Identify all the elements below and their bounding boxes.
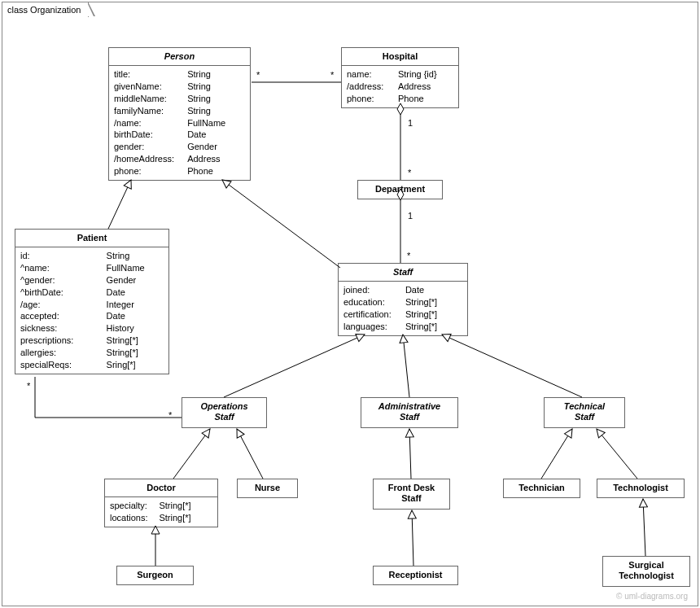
class-administrative-staff-title: Administrative Staff (361, 398, 457, 426)
class-hospital: Hospital name:String {id} /address:Addre… (341, 47, 459, 108)
class-surgeon: Surgeon (116, 566, 194, 585)
class-operations-staff: Operations Staff (182, 397, 267, 428)
class-person-attrs: title:String givenName:String middleName… (109, 66, 250, 180)
class-doctor-title: Doctor (105, 479, 217, 497)
mult-patient-ops-left: * (27, 381, 30, 391)
class-surgeon-title: Surgeon (117, 566, 193, 584)
mult-person-hospital-left: * (256, 70, 260, 80)
watermark: © uml-diagrams.org (616, 592, 688, 601)
mult-hospital-dept-top: 1 (408, 118, 413, 128)
class-staff: Staff joined:Date education:String[*] ce… (338, 263, 468, 336)
mult-dept-staff-bottom: * (407, 251, 410, 260)
mult-patient-ops-right: * (168, 410, 172, 420)
class-surgical-technologist-title: Surgical Technologist (603, 557, 689, 584)
class-person: Person title:String givenName:String mid… (108, 47, 251, 181)
class-receptionist-title: Receptionist (374, 566, 457, 584)
mult-person-hospital-right: * (330, 70, 334, 80)
svg-line-12 (597, 429, 637, 479)
class-administrative-staff: Administrative Staff (361, 397, 458, 428)
svg-line-9 (237, 429, 263, 479)
class-nurse: Nurse (237, 479, 298, 498)
class-patient-title: Patient (15, 230, 168, 247)
class-nurse-title: Nurse (238, 479, 297, 496)
svg-line-4 (222, 180, 340, 268)
class-staff-title: Staff (339, 264, 467, 282)
class-staff-attrs: joined:Date education:String[*] certific… (339, 282, 467, 335)
class-doctor-attrs: specialty:String[*] locations:String[*] (105, 497, 217, 527)
class-diagram-frame: class Organization Person title:String g… (2, 2, 698, 606)
svg-line-6 (403, 335, 409, 397)
svg-line-7 (442, 335, 582, 397)
class-technical-staff-title: Technical Staff (545, 398, 624, 426)
svg-line-15 (643, 499, 645, 556)
frame-title-tab: class Organization (2, 2, 89, 17)
class-hospital-title: Hospital (342, 48, 458, 66)
class-technician-title: Technician (504, 479, 580, 496)
class-front-desk-staff: Front Desk Staff (373, 479, 450, 510)
class-department: Department (357, 180, 443, 199)
mult-hospital-dept-bottom: * (408, 168, 411, 177)
class-technician: Technician (503, 479, 580, 498)
svg-line-5 (224, 335, 365, 397)
svg-line-8 (173, 429, 210, 479)
svg-line-10 (409, 429, 411, 479)
svg-line-3 (108, 180, 131, 229)
class-surgical-technologist: Surgical Technologist (602, 556, 690, 587)
class-hospital-attrs: name:String {id} /address:Address phone:… (342, 66, 458, 107)
class-technical-staff: Technical Staff (544, 397, 625, 428)
class-front-desk-title: Front Desk Staff (374, 479, 449, 507)
class-patient-attrs: id:String ^name:FullName ^gender:Gender … (15, 247, 168, 373)
svg-line-14 (412, 510, 413, 566)
mult-dept-staff-top: 1 (408, 211, 413, 221)
class-department-title: Department (358, 181, 442, 198)
svg-line-11 (541, 429, 572, 479)
class-doctor: Doctor specialty:String[*] locations:Str… (104, 479, 218, 527)
class-technologist-title: Technologist (597, 479, 684, 496)
class-receptionist: Receptionist (373, 566, 458, 585)
class-person-title: Person (109, 48, 250, 66)
class-patient: Patient id:String ^name:FullName ^gender… (15, 229, 169, 374)
class-operations-staff-title: Operations Staff (182, 398, 266, 426)
frame-title: class Organization (7, 5, 81, 15)
class-technologist: Technologist (597, 479, 685, 498)
